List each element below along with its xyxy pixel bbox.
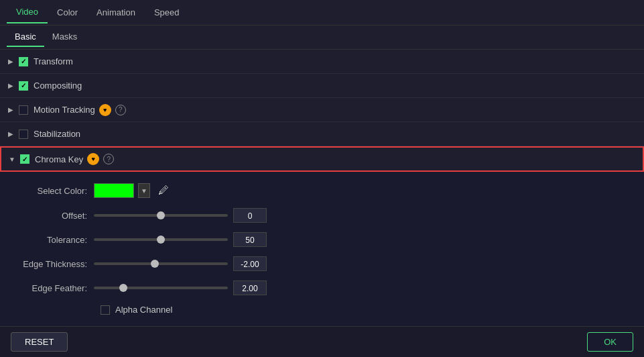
tolerance-slider-wrapper: 50 (94, 232, 631, 247)
tab-animation[interactable]: Animation (87, 2, 145, 23)
offset-row: Offset: 0 (13, 208, 631, 223)
checkbox-motion-tracking[interactable] (19, 105, 28, 115)
arrow-transform (7, 58, 15, 66)
edge-thickness-value: -2.00 (233, 256, 267, 271)
edge-thickness-slider-wrapper: -2.00 (94, 256, 631, 271)
label-transform: Transform (34, 56, 73, 66)
help-icon-motion-tracking[interactable]: ? (115, 105, 126, 115)
offset-value: 0 (233, 208, 267, 223)
offset-slider-wrapper: 0 (94, 208, 631, 223)
color-dropdown-arrow[interactable]: ▼ (138, 183, 150, 198)
section-transform[interactable]: Transform (0, 50, 644, 74)
eyedropper-button[interactable]: 🖉 (155, 183, 172, 199)
edge-thickness-slider[interactable] (94, 262, 228, 265)
checkbox-chroma-key[interactable] (20, 154, 29, 164)
color-picker-button[interactable] (94, 183, 134, 198)
select-color-row: Select Color: ▼ 🖉 (13, 183, 631, 199)
pro-badge-chroma-key: ♥ (87, 153, 99, 165)
label-motion-tracking: Motion Tracking (34, 105, 95, 115)
alpha-channel-checkbox[interactable] (101, 305, 110, 315)
reset-button[interactable]: RESET (11, 332, 68, 352)
main-content: Transform Compositing Motion Tracking ♥ … (0, 50, 644, 326)
edge-feather-value: 2.00 (233, 280, 267, 295)
offset-label: Offset: (13, 211, 94, 221)
section-compositing[interactable]: Compositing (0, 74, 644, 98)
section-stabilization[interactable]: Stabilization (0, 122, 644, 146)
edge-feather-label: Edge Feather: (13, 283, 94, 293)
label-stabilization: Stabilization (34, 129, 80, 139)
label-compositing: Compositing (34, 81, 82, 91)
checkbox-transform[interactable] (19, 57, 28, 66)
bottom-bar: RESET OK (0, 326, 644, 357)
color-picker-wrapper: ▼ 🖉 (94, 183, 172, 199)
settings-panel: Transform Compositing Motion Tracking ♥ … (0, 50, 644, 326)
top-tab-bar: Video Color Animation Speed (0, 0, 644, 26)
tolerance-label: Tolerance: (13, 235, 94, 245)
ok-button[interactable]: OK (587, 332, 633, 352)
edge-thickness-row: Edge Thickness: -2.00 (13, 256, 631, 271)
tolerance-row: Tolerance: 50 (13, 232, 631, 247)
tab-masks[interactable]: Masks (44, 28, 86, 47)
tab-color[interactable]: Color (48, 2, 87, 23)
arrow-motion-tracking (7, 106, 15, 114)
tolerance-slider[interactable] (94, 238, 228, 241)
section-chroma-key[interactable]: Chroma Key ♥ ? (0, 146, 644, 172)
tolerance-value: 50 (233, 232, 267, 247)
help-icon-chroma-key[interactable]: ? (103, 154, 114, 164)
offset-slider[interactable] (94, 214, 228, 217)
checkbox-stabilization[interactable] (19, 130, 28, 139)
tab-video[interactable]: Video (7, 1, 48, 23)
edge-thickness-label: Edge Thickness: (13, 259, 94, 269)
checkbox-compositing[interactable] (19, 81, 28, 91)
alpha-channel-row: Alpha Channel (101, 305, 631, 315)
edge-feather-slider[interactable] (94, 287, 228, 289)
arrow-stabilization (7, 130, 15, 138)
edge-feather-slider-wrapper: 2.00 (94, 280, 631, 295)
edge-feather-row: Edge Feather: 2.00 (13, 280, 631, 295)
select-color-label: Select Color: (13, 186, 94, 196)
section-motion-tracking[interactable]: Motion Tracking ♥ ? (0, 98, 644, 122)
alpha-channel-label: Alpha Channel (115, 305, 172, 315)
arrow-chroma-key (8, 155, 16, 163)
tab-speed[interactable]: Speed (145, 2, 189, 23)
label-chroma-key: Chroma Key (35, 154, 83, 164)
arrow-compositing (7, 82, 15, 90)
pro-badge-motion-tracking: ♥ (99, 104, 111, 116)
chroma-key-panel: Select Color: ▼ 🖉 Offset: 0 Tolerance: (0, 172, 644, 326)
secondary-tab-bar: Basic Masks (0, 26, 644, 50)
tab-basic[interactable]: Basic (7, 28, 44, 47)
